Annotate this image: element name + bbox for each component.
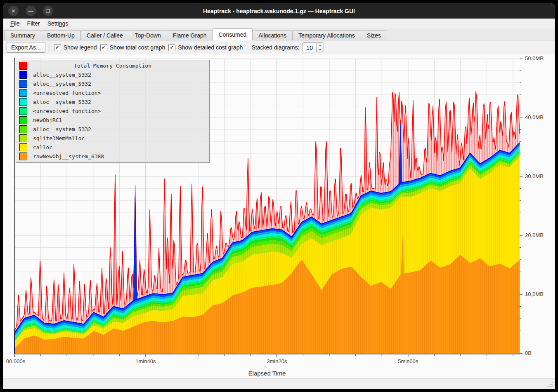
minimize-button[interactable]: — bbox=[26, 6, 36, 16]
legend-item: rawNewObj__system_6388 bbox=[16, 152, 209, 161]
checkbox-label: Show total cost graph bbox=[110, 44, 166, 51]
legend-swatch-icon bbox=[19, 89, 27, 97]
legend-label: sqlite3MemMalloc bbox=[33, 135, 85, 141]
legend-item: newObjRC1 bbox=[16, 115, 209, 124]
close-button[interactable]: ✕ bbox=[8, 6, 19, 16]
resize-grip-icon[interactable] bbox=[547, 381, 553, 387]
tab-summary[interactable]: Summary bbox=[4, 31, 41, 40]
legend-label: rawNewObj__system_6388 bbox=[33, 153, 104, 160]
legend-label: alloc__system_5332 bbox=[33, 72, 91, 78]
legend-swatch-icon bbox=[19, 116, 27, 124]
legend-swatch-icon bbox=[19, 71, 27, 79]
legend-label: <unresolved function> bbox=[33, 90, 101, 96]
stacked-diagrams-spinbox[interactable]: 10 ▲ ▼ bbox=[303, 42, 324, 52]
legend-item: Total Memory Consumption bbox=[16, 61, 209, 70]
legend-label: calloc bbox=[33, 144, 52, 150]
checkbox-show-detailed-cost-graph[interactable]: ✓Show detailed cost graph bbox=[168, 44, 243, 51]
window-title: Heaptrack - heaptrack.wakunode.1.gz — He… bbox=[3, 8, 555, 14]
spin-up-icon[interactable]: ▲ bbox=[317, 43, 324, 47]
tab-caller-callee[interactable]: Caller / Callee bbox=[80, 31, 129, 40]
heaptrack-window: ✕ — ❐ Heaptrack - heaptrack.wakunode.1.g… bbox=[3, 3, 555, 389]
legend-item: calloc bbox=[16, 143, 209, 152]
legend-label: alloc__system_5332 bbox=[33, 99, 91, 105]
legend-item: <unresolved function> bbox=[16, 106, 209, 115]
title-bar: ✕ — ❐ Heaptrack - heaptrack.wakunode.1.g… bbox=[3, 3, 555, 19]
legend-label: alloc__system_5332 bbox=[33, 126, 91, 132]
menu-item-file[interactable]: File bbox=[7, 19, 24, 28]
legend-swatch-icon bbox=[19, 80, 27, 88]
tab-sizes[interactable]: Sizes bbox=[361, 31, 387, 40]
legend-swatch-icon bbox=[19, 153, 27, 160]
legend-swatch-icon bbox=[19, 143, 27, 151]
checkbox-label: Show detailed cost graph bbox=[178, 44, 243, 51]
menu-bar: FileFilterSettings bbox=[3, 19, 555, 28]
checkbox-show-legend[interactable]: ✓Show legend bbox=[54, 44, 97, 51]
tab-top-down[interactable]: Top-Down bbox=[129, 31, 167, 40]
legend-item: alloc__system_5332 bbox=[16, 97, 209, 106]
chart-legend[interactable]: Total Memory Consumptionalloc__system_53… bbox=[16, 60, 210, 163]
window-controls: ✕ — ❐ bbox=[8, 6, 53, 16]
tab-allocations[interactable]: Allocations bbox=[252, 31, 293, 40]
toolbar: Export As... ✓Show legend✓Show total cos… bbox=[3, 40, 555, 54]
status-bar bbox=[3, 378, 555, 389]
legend-label: <unresolved function> bbox=[33, 108, 101, 114]
legend-label: Total Memory Consumption bbox=[16, 63, 209, 69]
legend-item: sqlite3MemMalloc bbox=[16, 134, 209, 143]
legend-item: <unresolved function> bbox=[16, 88, 209, 97]
spin-down-icon[interactable]: ▼ bbox=[317, 47, 324, 52]
toolbar-separator bbox=[50, 43, 50, 52]
chart-panel: 0B10,0MB20,0MB30,0MB40,0MB50,0MB00.000s1… bbox=[3, 54, 555, 378]
menu-item-filter[interactable]: Filter bbox=[24, 19, 44, 28]
minimize-icon: — bbox=[28, 9, 33, 14]
legend-label: alloc__system_5332 bbox=[33, 81, 91, 87]
spinbox-arrows: ▲ ▼ bbox=[316, 43, 324, 52]
export-as-button[interactable]: Export As... bbox=[7, 42, 45, 53]
tab-temporary-allocations[interactable]: Temporary Allocations bbox=[292, 31, 361, 40]
legend-item: alloc__system_5332 bbox=[16, 79, 209, 88]
close-icon: ✕ bbox=[11, 9, 15, 14]
checkbox-show-total-cost-graph[interactable]: ✓Show total cost graph bbox=[100, 44, 166, 51]
maximize-icon: ❐ bbox=[46, 9, 50, 14]
screen: { "window": { "title": "Heaptrack - heap… bbox=[0, 0, 558, 392]
legend-label: newObjRC1 bbox=[33, 117, 62, 123]
checkbox-check-icon: ✓ bbox=[54, 44, 61, 51]
legend-swatch-icon bbox=[19, 125, 27, 133]
maximize-button[interactable]: ❐ bbox=[43, 6, 53, 16]
tab-bar: SummaryBottom-UpCaller / CalleeTop-DownF… bbox=[3, 28, 555, 40]
stacked-diagrams-label: Stacked diagrams: bbox=[251, 44, 299, 51]
checkbox-check-icon: ✓ bbox=[168, 44, 175, 51]
tab-flame-graph[interactable]: Flame Graph bbox=[167, 31, 213, 40]
legend-swatch-icon bbox=[19, 98, 27, 106]
checkbox-check-icon: ✓ bbox=[100, 44, 107, 51]
legend-item: alloc__system_5332 bbox=[16, 70, 209, 79]
toolbar-separator bbox=[247, 43, 247, 52]
legend-swatch-icon bbox=[19, 107, 27, 115]
tab-consumed[interactable]: Consumed bbox=[213, 28, 253, 40]
stacked-diagrams-value: 10 bbox=[303, 43, 316, 52]
legend-swatch-icon bbox=[19, 134, 27, 142]
menu-item-settings[interactable]: Settings bbox=[44, 19, 72, 28]
tab-bottom-up[interactable]: Bottom-Up bbox=[41, 31, 81, 40]
legend-item: alloc__system_5332 bbox=[16, 124, 209, 134]
checkbox-label: Show legend bbox=[64, 44, 97, 51]
